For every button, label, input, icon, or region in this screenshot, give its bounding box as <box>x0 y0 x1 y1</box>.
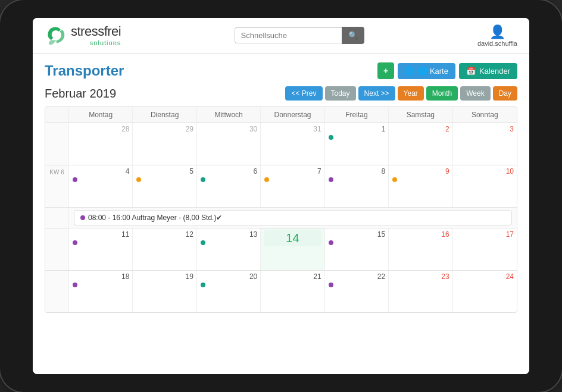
dot <box>201 283 205 287</box>
user-avatar-icon: 👤 <box>489 24 505 40</box>
search-button[interactable]: 🔍 <box>342 27 364 44</box>
dots-20 <box>200 282 257 288</box>
day-11[interactable]: 11 <box>69 228 133 270</box>
dots-5 <box>136 177 193 183</box>
calendar-icon: 📅 <box>466 67 476 76</box>
page-header: Transporter + 🌐 🌐 Karte 📅 Kalender <box>45 62 517 79</box>
calendar-nav: Februar 2019 << Prev Today Next >> Year … <box>45 86 517 101</box>
header-actions: + 🌐 🌐 Karte 📅 Kalender <box>377 62 517 79</box>
day-24[interactable]: 24 <box>453 271 517 312</box>
day-17[interactable]: 17 <box>453 228 517 270</box>
day-14-today[interactable]: 14 <box>261 228 324 270</box>
header-sonntag: Sonntag <box>453 107 517 123</box>
logo-name: stressfrei <box>71 24 121 39</box>
week-row-2-days: KW 6 4 5 6 <box>45 165 517 208</box>
day-15[interactable]: 15 <box>325 228 389 270</box>
header-samstag: Samstag <box>389 107 452 123</box>
main-content: Transporter + 🌐 🌐 Karte 📅 Kalender Febru… <box>33 54 529 374</box>
day-10[interactable]: 10 <box>453 165 517 207</box>
day-3[interactable]: 3 <box>453 123 517 165</box>
dot <box>392 177 397 182</box>
kw-2: KW 6 <box>45 165 69 207</box>
dot <box>201 177 205 182</box>
dots-7 <box>264 177 321 183</box>
day-21[interactable]: 21 <box>261 271 324 312</box>
day-28[interactable]: 28 <box>69 123 133 165</box>
day-4[interactable]: 4 <box>69 165 133 207</box>
logo-text: stressfrei solutions <box>71 24 121 46</box>
logo-icon <box>45 25 66 46</box>
day-31[interactable]: 31 <box>261 123 324 165</box>
event-span[interactable]: 08:00 - 16:00 Auftrag Meyer - (8,00 Std.… <box>69 208 517 228</box>
tablet-screen: stressfrei solutions 🔍 👤 david.schuffla … <box>33 18 529 374</box>
dot <box>329 177 333 182</box>
dot <box>329 135 333 140</box>
day-22[interactable]: 22 <box>325 271 389 312</box>
day-13[interactable]: 13 <box>197 228 261 270</box>
kw-1 <box>45 123 69 165</box>
day-20[interactable]: 20 <box>197 271 261 312</box>
day-9[interactable]: 9 <box>389 165 452 207</box>
header-donnerstag: Donnerstag <box>261 107 324 123</box>
dots-6 <box>200 177 257 183</box>
day-30[interactable]: 30 <box>197 123 261 165</box>
page-title: Transporter <box>45 62 124 79</box>
day-8[interactable]: 8 <box>325 165 389 207</box>
dot <box>73 283 77 287</box>
today-button[interactable]: Today <box>325 86 356 101</box>
top-nav: stressfrei solutions 🔍 👤 david.schuffla <box>33 18 529 54</box>
dot <box>73 177 77 182</box>
day-5[interactable]: 5 <box>133 165 196 207</box>
event-text: 08:00 - 16:00 Auftrag Meyer - (8,00 Std.… <box>88 214 222 222</box>
event-kw-spacer <box>45 208 69 228</box>
search-area: 🔍 <box>235 27 364 44</box>
day-7[interactable]: 7 <box>261 165 324 207</box>
search-input[interactable] <box>235 27 342 43</box>
dot <box>73 240 77 245</box>
header-dienstag: Dienstag <box>133 107 196 123</box>
user-name: david.schuffla <box>477 40 517 47</box>
day-1[interactable]: 1 <box>325 123 389 165</box>
prev-button[interactable]: << Prev <box>285 86 322 101</box>
add-button[interactable]: + <box>377 62 394 79</box>
user-area: 👤 david.schuffla <box>477 24 517 47</box>
week-row-4: 18 19 20 21 <box>45 271 517 312</box>
header-mittwoch: Mittwoch <box>197 107 261 123</box>
next-button[interactable]: Next >> <box>358 86 395 101</box>
week-row-3: 11 12 13 14 <box>45 228 517 271</box>
day-12[interactable]: 12 <box>133 228 196 270</box>
day-19[interactable]: 19 <box>133 271 196 312</box>
week-button[interactable]: Week <box>460 86 490 101</box>
event-item-1[interactable]: 08:00 - 16:00 Auftrag Meyer - (8,00 Std.… <box>74 210 512 225</box>
kalender-button[interactable]: 📅 Kalender <box>459 63 517 79</box>
month-button[interactable]: Month <box>426 86 458 101</box>
year-button[interactable]: Year <box>398 86 424 101</box>
calendar-title: Februar 2019 <box>45 87 116 101</box>
dot <box>264 177 269 182</box>
dot <box>329 240 333 245</box>
dots-11 <box>72 240 129 246</box>
dots-18 <box>72 282 129 288</box>
day-2[interactable]: 2 <box>389 123 452 165</box>
day-18[interactable]: 18 <box>69 271 133 312</box>
tablet-frame: stressfrei solutions 🔍 👤 david.schuffla … <box>0 0 562 392</box>
day-button[interactable]: Day <box>493 86 517 101</box>
day-29[interactable]: 29 <box>133 123 196 165</box>
event-row: 08:00 - 16:00 Auftrag Meyer - (8,00 Std.… <box>45 208 517 228</box>
dots-9 <box>392 177 449 183</box>
week-num-header <box>45 107 69 123</box>
dots-22 <box>328 282 385 288</box>
calendar-header-row: Montag Dienstag Mittwoch Donnerstag Frei… <box>45 107 517 123</box>
event-color-dot <box>80 215 85 220</box>
day-6[interactable]: 6 <box>197 165 261 207</box>
logo-sub: solutions <box>71 39 121 46</box>
dots-13 <box>200 240 257 246</box>
dot <box>201 240 205 245</box>
day-23[interactable]: 23 <box>389 271 452 312</box>
dots-15 <box>328 240 385 246</box>
karte-button[interactable]: 🌐 🌐 Karte <box>398 63 455 79</box>
dot <box>329 283 333 287</box>
dots-4 <box>72 177 129 183</box>
day-16[interactable]: 16 <box>389 228 452 270</box>
kw-3 <box>45 228 69 270</box>
